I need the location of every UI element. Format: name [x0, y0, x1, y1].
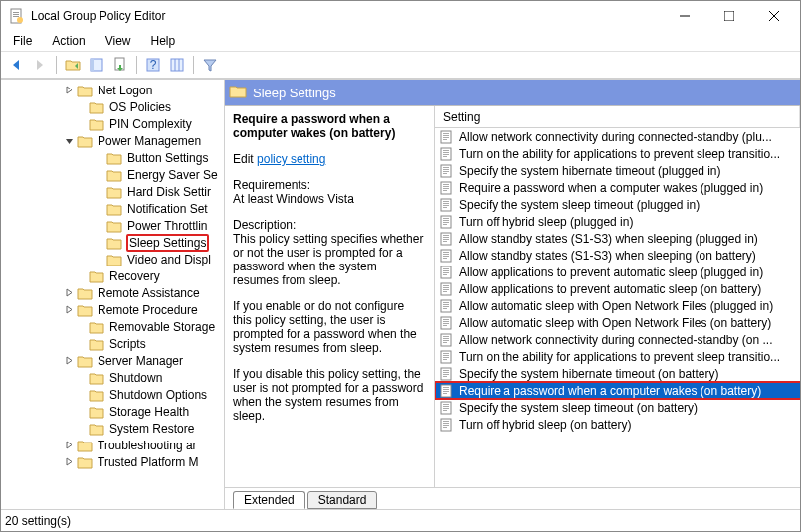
description-column: Require a password when a computer wakes…: [225, 106, 434, 487]
setting-item[interactable]: Require a password when a computer wakes…: [435, 179, 800, 196]
tree-item[interactable]: Sleep Settings: [3, 234, 225, 251]
setting-item[interactable]: Allow applications to prevent automatic …: [435, 280, 800, 297]
setting-item[interactable]: Turn off hybrid sleep (plugged in): [435, 213, 800, 230]
folder-icon: [77, 303, 93, 317]
tree-item-label: Power Throttlin: [126, 219, 208, 233]
svg-rect-18: [443, 133, 449, 134]
svg-rect-76: [443, 325, 447, 326]
tree-item[interactable]: Net Logon: [3, 82, 225, 98]
filter-button[interactable]: [199, 54, 221, 76]
tree-item-label: Removable Storage: [108, 320, 216, 334]
setting-label: Specify the system sleep timeout (plugge…: [459, 198, 700, 212]
setting-item[interactable]: Allow automatic sleep with Open Network …: [435, 314, 800, 331]
maximize-button[interactable]: [706, 1, 751, 31]
tree-item[interactable]: Removable Storage: [3, 318, 225, 335]
setting-item[interactable]: Specify the system hibernate timeout (pl…: [435, 162, 800, 179]
setting-item[interactable]: Allow standby states (S1-S3) when sleepi…: [435, 247, 800, 264]
tab-extended[interactable]: Extended: [233, 491, 305, 509]
tree-item-label: Button Settings: [126, 151, 209, 165]
expand-icon[interactable]: [63, 288, 75, 297]
tree-item[interactable]: Power Throttlin: [3, 217, 225, 234]
setting-item[interactable]: Allow standby states (S1-S3) when sleepi…: [435, 230, 800, 247]
setting-item[interactable]: Turn on the ability for applications to …: [435, 145, 800, 162]
expand-icon[interactable]: [63, 356, 75, 365]
expand-icon[interactable]: [63, 441, 75, 449]
setting-item[interactable]: Specify the system sleep timeout (plugge…: [435, 196, 800, 213]
folder-icon: [106, 202, 122, 216]
list-header[interactable]: Setting: [435, 106, 800, 128]
back-button[interactable]: [5, 54, 27, 76]
help-button[interactable]: ?: [142, 54, 164, 76]
tree-item[interactable]: Remote Assistance: [3, 284, 225, 301]
folder-button[interactable]: [62, 54, 84, 76]
tree-item-label: Remote Procedure: [97, 303, 199, 317]
setting-icon: [439, 248, 455, 264]
tree-item[interactable]: Notification Set: [3, 200, 225, 217]
tree-item-label: Video and Displ: [126, 253, 212, 266]
tree-item[interactable]: System Restore: [3, 420, 225, 437]
tree-item[interactable]: Video and Displ: [3, 251, 225, 267]
app-icon: [9, 8, 25, 24]
tree-item[interactable]: Server Manager: [3, 352, 225, 369]
tree-item[interactable]: Scripts: [3, 335, 225, 352]
svg-rect-84: [443, 355, 449, 356]
setting-item[interactable]: Allow network connectivity during connec…: [435, 128, 800, 145]
tree-item[interactable]: Power Managemen: [3, 132, 225, 149]
minimize-button[interactable]: [662, 1, 706, 31]
svg-rect-29: [443, 169, 449, 170]
expand-icon[interactable]: [63, 305, 75, 314]
svg-rect-56: [443, 258, 447, 259]
tree-item[interactable]: Shutdown: [3, 369, 225, 386]
collapse-icon[interactable]: [63, 136, 75, 145]
setting-item[interactable]: Allow network connectivity during connec…: [435, 331, 800, 348]
setting-label: Allow automatic sleep with Open Network …: [459, 299, 773, 313]
setting-label: Require a password when a computer wakes…: [459, 384, 761, 398]
options-button[interactable]: [86, 54, 107, 76]
svg-rect-33: [443, 184, 449, 185]
tree-item-label: Energy Saver Se: [126, 168, 219, 182]
tab-standard[interactable]: Standard: [307, 491, 378, 509]
svg-rect-96: [443, 393, 447, 394]
folder-icon: [77, 439, 93, 452]
setting-item[interactable]: Allow automatic sleep with Open Network …: [435, 297, 800, 314]
column-setting[interactable]: Setting: [435, 106, 800, 127]
tree-item[interactable]: Button Settings: [3, 149, 225, 166]
folder-icon: [89, 405, 104, 419]
tabs-row: Extended Standard: [225, 487, 800, 509]
setting-item[interactable]: Turn off hybrid sleep (on battery): [435, 416, 800, 433]
expand-icon[interactable]: [63, 86, 75, 94]
export-button[interactable]: [109, 54, 131, 76]
expand-icon[interactable]: [63, 457, 75, 466]
setting-item[interactable]: Require a password when a computer wakes…: [435, 382, 800, 399]
setting-item[interactable]: Specify the system hibernate timeout (on…: [435, 365, 800, 382]
forward-button[interactable]: [29, 54, 51, 76]
tree-item[interactable]: Remote Procedure: [3, 301, 225, 318]
setting-label: Turn off hybrid sleep (plugged in): [459, 215, 633, 229]
tree-item[interactable]: Shutdown Options: [3, 386, 225, 403]
policy-setting-link[interactable]: policy setting: [257, 152, 325, 166]
menu-file[interactable]: File: [3, 32, 42, 50]
setting-item[interactable]: Allow applications to prevent automatic …: [435, 264, 800, 280]
tree-item[interactable]: OS Policies: [3, 98, 225, 115]
menu-action[interactable]: Action: [42, 32, 95, 50]
close-button[interactable]: [751, 1, 796, 31]
tree-item[interactable]: Energy Saver Se: [3, 166, 225, 183]
svg-rect-34: [443, 186, 449, 187]
setting-item[interactable]: Specify the system sleep timeout (on bat…: [435, 399, 800, 416]
menu-help[interactable]: Help: [141, 32, 186, 50]
tree-item[interactable]: Trusted Platform M: [3, 453, 225, 470]
tree-item[interactable]: Hard Disk Settir: [3, 183, 225, 200]
settings-list[interactable]: Allow network connectivity during connec…: [435, 128, 800, 487]
tree-item[interactable]: PIN Complexity: [3, 115, 225, 132]
menu-view[interactable]: View: [96, 32, 141, 50]
svg-rect-79: [443, 338, 449, 339]
columns-button[interactable]: [166, 54, 188, 76]
svg-rect-89: [443, 372, 449, 373]
svg-rect-95: [443, 391, 449, 392]
tree-view[interactable]: Net LogonOS PoliciesPIN ComplexityPower …: [1, 80, 225, 509]
tree-item[interactable]: Storage Health: [3, 403, 225, 420]
setting-item[interactable]: Turn on the ability for applications to …: [435, 348, 800, 365]
tree-item[interactable]: Troubleshooting ar: [3, 437, 225, 453]
svg-rect-24: [443, 152, 449, 153]
tree-item[interactable]: Recovery: [3, 267, 225, 284]
